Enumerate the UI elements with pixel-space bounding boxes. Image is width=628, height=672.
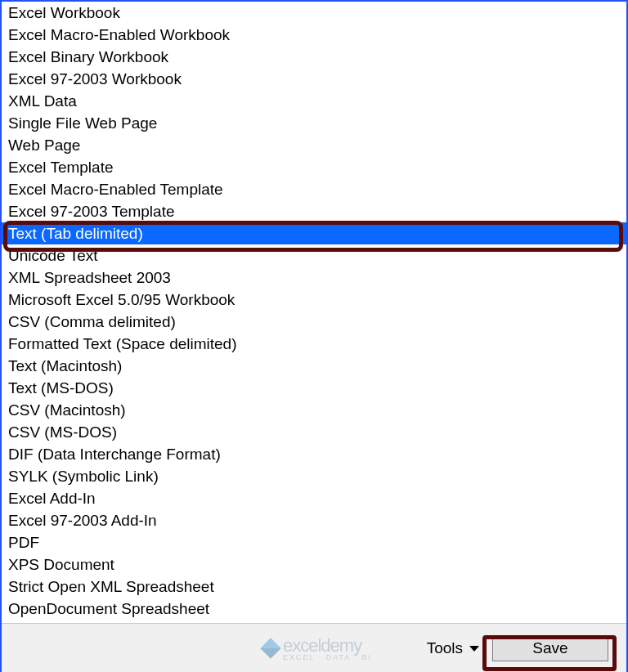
file-type-option[interactable]: Text (Macintosh) xyxy=(2,355,626,377)
file-type-option[interactable]: Excel Binary Workbook xyxy=(2,46,626,68)
file-type-option[interactable]: Microsoft Excel 5.0/95 Workbook xyxy=(2,289,626,311)
file-type-option[interactable]: DIF (Data Interchange Format) xyxy=(2,443,626,465)
file-type-option[interactable]: Single File Web Page xyxy=(2,112,626,134)
watermark-logo-icon xyxy=(260,638,280,658)
file-type-option[interactable]: Formatted Text (Space delimited) xyxy=(2,333,626,355)
file-type-option[interactable]: CSV (Macintosh) xyxy=(2,399,626,421)
tools-dropdown[interactable]: Tools xyxy=(427,639,479,657)
file-type-option[interactable]: CSV (Comma delimited) xyxy=(2,311,626,333)
watermark-name: exceldemy xyxy=(283,635,361,656)
file-type-option[interactable]: Text (Tab delimited) xyxy=(2,222,626,244)
file-type-option[interactable]: Excel Macro-Enabled Workbook xyxy=(2,24,626,46)
file-type-option[interactable]: XPS Document xyxy=(2,553,626,576)
file-type-option[interactable]: Excel Add-In xyxy=(2,487,626,509)
watermark: exceldemy EXCEL · DATA · BI xyxy=(263,635,372,661)
file-type-option[interactable]: OpenDocument Spreadsheet xyxy=(2,598,626,620)
file-type-option[interactable]: XML Data xyxy=(2,90,626,112)
save-button[interactable]: Save xyxy=(492,635,608,661)
file-type-option[interactable]: SYLK (Symbolic Link) xyxy=(2,465,626,487)
file-type-option[interactable]: Excel Macro-Enabled Template xyxy=(2,178,626,200)
watermark-sub: EXCEL · DATA · BI xyxy=(283,653,372,661)
file-type-option[interactable]: Excel 97-2003 Workbook xyxy=(2,68,626,90)
save-as-dialog: Excel WorkbookExcel Macro-Enabled Workbo… xyxy=(0,0,628,672)
file-type-option[interactable]: CSV (MS-DOS) xyxy=(2,421,626,443)
file-type-option[interactable]: Web Page xyxy=(2,134,626,156)
dialog-footer: exceldemy EXCEL · DATA · BI Tools Save xyxy=(2,623,626,672)
chevron-down-icon xyxy=(469,646,479,652)
file-type-option[interactable]: Text (MS-DOS) xyxy=(2,377,626,399)
file-type-option[interactable]: PDF xyxy=(2,531,626,553)
file-type-option[interactable]: Excel Template xyxy=(2,156,626,178)
file-type-option[interactable]: Excel 97-2003 Template xyxy=(2,200,626,222)
save-button-label: Save xyxy=(532,639,567,657)
file-type-dropdown-list[interactable]: Excel WorkbookExcel Macro-Enabled Workbo… xyxy=(2,2,626,623)
file-type-option[interactable]: Strict Open XML Spreadsheet xyxy=(2,576,626,598)
file-type-option[interactable]: XML Spreadsheet 2003 xyxy=(2,267,626,289)
file-type-option[interactable]: Unicode Text xyxy=(2,244,626,267)
file-type-option[interactable]: Excel Workbook xyxy=(2,2,626,24)
tools-label: Tools xyxy=(427,639,463,657)
file-type-option[interactable]: Excel 97-2003 Add-In xyxy=(2,509,626,531)
